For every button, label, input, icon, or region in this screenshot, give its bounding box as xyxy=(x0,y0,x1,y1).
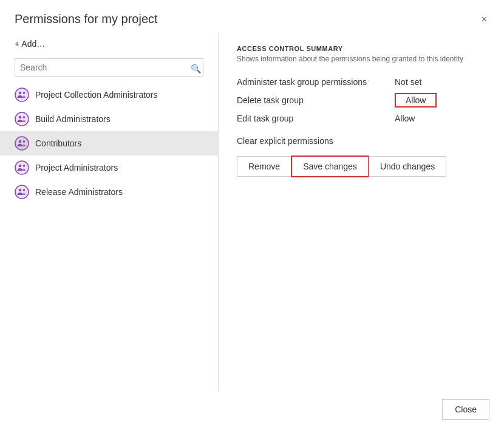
permissions-table: Administer task group permissionsNot set… xyxy=(237,74,486,126)
group-list: Project Collection Administrators Build … xyxy=(0,83,218,392)
table-row: Delete task groupAllow xyxy=(237,90,486,111)
group-label: Project Administrators xyxy=(35,163,118,173)
svg-point-2 xyxy=(19,92,21,94)
group-icon xyxy=(15,87,29,102)
close-icon-button[interactable]: × xyxy=(479,12,489,27)
svg-point-6 xyxy=(19,116,21,118)
clear-explicit-label: Clear explicit permissions xyxy=(237,136,486,146)
table-row: Administer task group permissionsNot set xyxy=(237,74,486,90)
svg-point-19 xyxy=(23,189,26,191)
svg-point-11 xyxy=(23,140,26,143)
permissions-dialog: Permissions for my project × + Add… 🔍 Pr… xyxy=(0,0,504,427)
svg-point-10 xyxy=(19,140,21,143)
remove-button[interactable]: Remove xyxy=(237,156,291,177)
search-input[interactable] xyxy=(15,58,203,77)
search-icon-button[interactable]: 🔍 xyxy=(191,64,201,73)
group-icon xyxy=(15,136,29,151)
svg-point-7 xyxy=(23,116,26,118)
add-button[interactable]: + Add… xyxy=(0,33,218,55)
group-item-contributors[interactable]: Contributors xyxy=(0,131,218,155)
group-label: Release Administrators xyxy=(35,187,123,197)
group-icon xyxy=(15,112,29,126)
group-label: Contributors xyxy=(35,138,81,148)
group-label: Project Collection Administrators xyxy=(35,90,158,100)
svg-point-18 xyxy=(19,189,21,191)
allow-badge: Allow xyxy=(395,93,437,108)
svg-point-15 xyxy=(23,165,26,167)
permission-name: Edit task group xyxy=(237,111,395,126)
acs-subtitle: Shows information about the permissions … xyxy=(237,55,486,63)
group-icon xyxy=(15,185,29,199)
permission-name: Administer task group permissions xyxy=(237,74,395,90)
dialog-header: Permissions for my project × xyxy=(0,0,504,33)
actions-row: Remove Save changes Undo changes xyxy=(237,155,486,177)
svg-point-3 xyxy=(23,92,26,94)
right-panel: ACCESS CONTROL SUMMARY Shows information… xyxy=(219,33,504,392)
group-icon xyxy=(15,160,29,175)
group-item-release-admins[interactable]: Release Administrators xyxy=(0,180,218,204)
permission-value: Not set xyxy=(395,74,486,90)
footer-close-button[interactable]: Close xyxy=(442,399,489,420)
permission-value: Allow xyxy=(395,90,486,111)
table-row: Edit task groupAllow xyxy=(237,111,486,126)
acs-title: ACCESS CONTROL SUMMARY xyxy=(237,45,486,52)
group-label: Build Administrators xyxy=(35,114,111,124)
group-item-project-collection-admins[interactable]: Project Collection Administrators xyxy=(0,83,218,107)
undo-changes-button[interactable]: Undo changes xyxy=(369,156,446,177)
group-item-project-admins[interactable]: Project Administrators xyxy=(0,155,218,180)
permission-value: Allow xyxy=(395,111,486,126)
dialog-body: + Add… 🔍 Project Collection Administrato… xyxy=(0,33,504,392)
permission-name: Delete task group xyxy=(237,90,395,111)
dialog-title: Permissions for my project xyxy=(15,12,158,26)
svg-point-14 xyxy=(19,165,21,167)
search-icon: 🔍 xyxy=(191,64,201,73)
left-panel: + Add… 🔍 Project Collection Administrato… xyxy=(0,33,219,392)
save-changes-button[interactable]: Save changes xyxy=(291,155,369,177)
dialog-footer: Close xyxy=(0,392,504,427)
search-container: 🔍 xyxy=(0,55,218,83)
group-item-build-admins[interactable]: Build Administrators xyxy=(0,107,218,131)
